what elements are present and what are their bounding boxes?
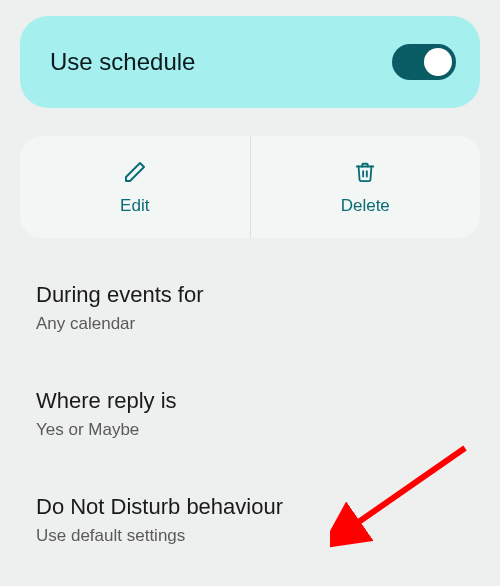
trash-icon <box>354 158 376 186</box>
setting-title: Where reply is <box>36 388 464 414</box>
setting-subtitle: Use default settings <box>36 526 464 546</box>
use-schedule-label: Use schedule <box>50 48 195 76</box>
setting-title: Do Not Disturb behaviour <box>36 494 464 520</box>
setting-subtitle: Any calendar <box>36 314 464 334</box>
setting-dnd-behaviour[interactable]: Do Not Disturb behaviour Use default set… <box>36 480 464 564</box>
delete-button[interactable]: Delete <box>250 136 481 238</box>
setting-where-reply[interactable]: Where reply is Yes or Maybe <box>36 374 464 458</box>
edit-button[interactable]: Edit <box>20 136 250 238</box>
settings-list: During events for Any calendar Where rep… <box>20 268 480 564</box>
setting-title: During events for <box>36 282 464 308</box>
edit-label: Edit <box>120 196 149 216</box>
pencil-icon <box>123 158 147 186</box>
action-row: Edit Delete <box>20 136 480 238</box>
use-schedule-toggle[interactable] <box>392 44 456 80</box>
toggle-knob <box>424 48 452 76</box>
setting-subtitle: Yes or Maybe <box>36 420 464 440</box>
delete-label: Delete <box>341 196 390 216</box>
use-schedule-toggle-row[interactable]: Use schedule <box>20 16 480 108</box>
setting-during-events[interactable]: During events for Any calendar <box>36 268 464 352</box>
